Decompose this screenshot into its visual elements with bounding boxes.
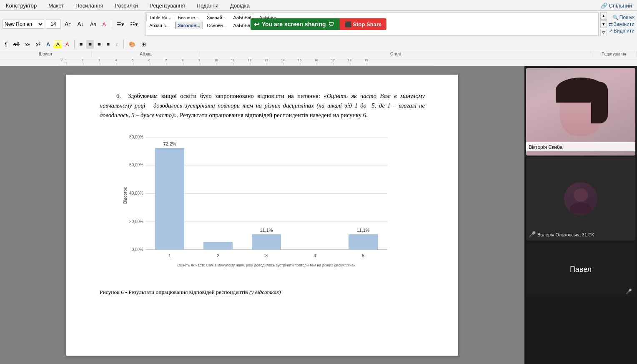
line-spacing-button[interactable]: ↕ [113, 40, 120, 49]
stop-icon: ⬛ [345, 21, 351, 28]
svg-text:4: 4 [313, 253, 316, 258]
sharing-status-text: You are screen sharing [262, 21, 326, 28]
svg-text:14: 14 [281, 58, 285, 62]
style-bez-inte[interactable]: Без інте... [175, 14, 203, 21]
align-center-button[interactable]: ≡ [86, 40, 94, 49]
tab-rozsilky[interactable]: Розсилки [109, 1, 143, 10]
collab-button[interactable]: 🔗 Спільний [596, 1, 637, 10]
replace-icon: ⇄ [609, 21, 613, 27]
svg-text:11,1%: 11,1% [260, 228, 273, 233]
align-right-button[interactable]: ≡ [95, 40, 103, 49]
case-button[interactable]: Aa [88, 20, 99, 29]
tab-maket[interactable]: Макет [43, 1, 70, 10]
shield-icon: 🛡 [329, 21, 334, 28]
svg-text:Відсоток: Відсоток [123, 187, 128, 203]
doc-page: 6. Здобувачам вищої освіти було запропон… [66, 75, 458, 356]
search-icon: 🔍 [612, 15, 619, 20]
separator-3 [123, 40, 124, 49]
group-redaguvannia: Редагування [591, 51, 637, 57]
document-area: 6. Здобувачам вищої освіти було запропон… [0, 66, 524, 364]
tab-retsenzuvannia[interactable]: Рецензування [144, 1, 191, 10]
style-table-ra[interactable]: Table Ra... [146, 14, 174, 21]
collab-icon: 🔗 [601, 3, 607, 9]
svg-text:7: 7 [165, 58, 167, 62]
ribbon-groups: Шрифт Абзац Стилі Редагування [0, 51, 637, 57]
svg-text:40,00%: 40,00% [129, 191, 143, 196]
svg-text:20,00%: 20,00% [129, 219, 143, 224]
figure-caption: Рисунок 6 - Результати опрацювання відпо… [100, 289, 425, 296]
highlight-button[interactable]: A [54, 40, 62, 49]
paragraph-mark-button[interactable]: ¶ [3, 40, 10, 49]
select-icon: ↗ [609, 28, 613, 34]
participant-card-2: 🎤 Валерія Ольховська 31 ЕК [526, 157, 635, 241]
participant-1-name: Вікторія Скиба [529, 144, 562, 150]
align-left-button[interactable]: ≡ [78, 40, 85, 49]
tab-posylannia[interactable]: Посилання [70, 1, 109, 10]
list-number-button[interactable]: ☷▾ [128, 20, 140, 29]
svg-text:2: 2 [82, 58, 84, 62]
shading-button[interactable]: 🎨 [127, 40, 138, 49]
svg-text:0,00%: 0,00% [132, 247, 143, 252]
style-zaholov-active[interactable]: Заголов... [175, 22, 203, 29]
svg-text:9: 9 [198, 58, 201, 62]
font-color-button[interactable]: A [63, 40, 71, 49]
style-zvychai[interactable]: Звичай... [204, 14, 229, 21]
font-size-input[interactable] [46, 20, 61, 29]
tab-constructor[interactable]: Конструктор [0, 1, 43, 10]
group-shryft: Шрифт [0, 51, 92, 57]
svg-text:11,1%: 11,1% [356, 228, 369, 233]
font-grow-button[interactable]: A↑ [63, 20, 73, 29]
svg-text:10: 10 [214, 58, 218, 62]
svg-text:6: 6 [148, 58, 150, 62]
tab-dovidka[interactable]: Довідка [224, 1, 256, 10]
svg-text:3: 3 [98, 58, 100, 62]
svg-text:72,2%: 72,2% [163, 141, 176, 146]
bar-1 [155, 148, 184, 250]
mute-icon: 🎤 [529, 231, 536, 238]
group-styli: Стилі [200, 51, 591, 57]
svg-text:12: 12 [248, 58, 251, 62]
svg-text:19: 19 [364, 58, 368, 62]
svg-text:5: 5 [132, 58, 134, 62]
participant-card-1: Вікторія Скиба [526, 68, 635, 156]
svg-text:15: 15 [298, 58, 301, 62]
stop-share-button[interactable]: ⬛ Stop Share [340, 18, 387, 30]
bar-2 [203, 242, 233, 250]
group-abzats: Абзац [92, 51, 200, 57]
doc-paragraph-6: 6. Здобувачам вищої освіти було запропон… [100, 91, 425, 120]
separator-2 [74, 40, 75, 49]
styles-more[interactable]: ▽ [600, 29, 607, 36]
align-justify-button[interactable]: ≡ [105, 40, 112, 49]
superscript-button[interactable]: x² [34, 40, 43, 49]
list-bullet-button[interactable]: ☰▾ [114, 20, 126, 29]
replace-label: Замінити [614, 21, 634, 27]
styles-scroll-up[interactable]: ▲ [600, 12, 607, 20]
svg-text:11: 11 [231, 58, 235, 62]
svg-text:8: 8 [182, 58, 184, 62]
svg-text:2: 2 [217, 253, 219, 258]
font-shrink-button[interactable]: A↓ [75, 20, 86, 29]
text-effect-button[interactable]: A [44, 40, 52, 49]
svg-text:5: 5 [362, 253, 364, 258]
sharing-arrow-icon: ↩ [254, 20, 259, 28]
caption-italic: (у відсотках) [249, 289, 281, 295]
search-label: Пошук [619, 15, 634, 20]
styles-scroll-down[interactable]: ▼ [600, 20, 607, 28]
select-button[interactable]: ↗ Виділити [609, 28, 634, 34]
replace-button[interactable]: ⇄ Замінити [609, 21, 634, 27]
subscript-button[interactable]: x₂ [23, 40, 33, 49]
svg-text:16: 16 [314, 58, 318, 62]
strikethrough-button[interactable]: аб [11, 40, 22, 49]
style-osnovn[interactable]: Основн... [204, 22, 229, 29]
style-abzats[interactable]: Абзац с... [146, 22, 174, 29]
border-button[interactable]: ⊞ [139, 40, 148, 49]
svg-text:80,00%: 80,00% [129, 135, 143, 139]
svg-text:3: 3 [265, 253, 268, 258]
svg-text:1: 1 [168, 253, 171, 258]
clear-format-button[interactable]: A [100, 20, 108, 29]
font-name-select[interactable]: New Roman [3, 20, 44, 29]
participants-panel: Вікторія Скиба 🎤 Валерія Ольховська [524, 66, 637, 364]
search-button[interactable]: 🔍 Пошук [612, 15, 634, 20]
tab-podannia[interactable]: Подання [191, 1, 225, 10]
svg-text:17: 17 [331, 58, 335, 62]
